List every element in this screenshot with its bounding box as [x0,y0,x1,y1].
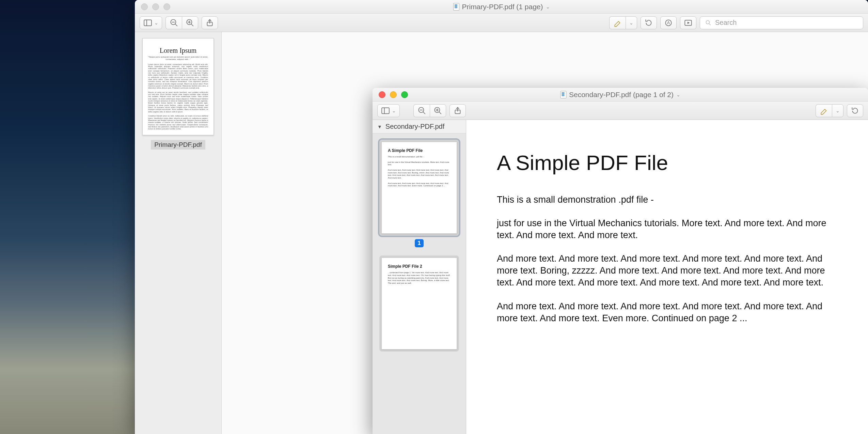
thumbnail-page-1[interactable]: A Simple PDF File This is a small demons… [379,140,459,236]
close-button[interactable] [379,91,385,98]
thumb-subtitle: "Neque porro quisquam est qui dolorem ip… [148,56,208,61]
minimize-button[interactable] [152,3,159,10]
search-field[interactable]: Search [700,16,863,29]
share-icon [205,18,214,27]
title-dropdown-icon[interactable]: ⌄ [676,92,680,97]
disclosure-triangle-icon[interactable]: ▼ [377,124,382,129]
close-button[interactable] [141,3,148,10]
window-secondary: Secondary-PDF.pdf (page 1 of 2) ⌄ ⌄ [373,88,868,434]
highlight-button[interactable] [609,16,626,29]
document-paragraph: And more text. And more text. And more t… [497,253,837,289]
svg-point-15 [706,20,709,24]
play-icon [684,18,693,27]
highlight-options-button[interactable]: ⌄ [626,16,637,29]
document-heading: A Simple PDF File [497,151,844,175]
zoom-in-button[interactable] [430,104,446,117]
document-view[interactable]: A Simple PDF File This is a small demons… [466,120,868,434]
document-icon [453,3,459,11]
highlighter-icon [613,18,622,27]
slideshow-button[interactable] [680,16,696,29]
svg-marker-14 [688,21,690,24]
zoom-in-button[interactable] [182,16,198,29]
highlighter-icon [820,106,828,115]
svg-line-3 [175,24,177,26]
window-title: Secondary-PDF.pdf (page 1 of 2) [569,91,674,99]
svg-line-16 [709,24,711,25]
zoom-out-icon [417,106,426,115]
rotate-icon [851,106,859,115]
share-icon [453,106,462,115]
titlebar-secondary[interactable]: Secondary-PDF.pdf (page 1 of 2) ⌄ [373,88,868,102]
chevron-down-icon: ⌄ [629,20,633,26]
chevron-down-icon: ⌄ [836,108,840,113]
search-icon [705,19,712,26]
sidebar-toggle-button[interactable]: ⌄ [377,104,400,117]
svg-line-23 [439,112,441,114]
thumbnail-label[interactable]: Primary-PDF.pdf [151,140,205,150]
markup-button[interactable]: A [660,16,677,29]
sidebar-heading-text: Secondary-PDF.pdf [385,123,444,130]
sidebar-secondary: ▼ Secondary-PDF.pdf A Simple PDF File Th… [373,120,466,434]
titlebar-primary[interactable]: Primary-PDF.pdf (1 page) ⌄ [135,0,868,14]
zoom-out-button[interactable] [413,104,430,117]
sidebar-document-heading[interactable]: ▼ Secondary-PDF.pdf [373,120,466,134]
sidebar-toggle-button[interactable]: ⌄ [140,16,162,29]
toolbar-primary: ⌄ ⌄ A [135,14,868,32]
rotate-button[interactable] [641,16,657,29]
chevron-down-icon: ⌄ [154,20,158,26]
document-paragraph: This is a small demonstration .pdf file … [497,194,837,206]
thumb-title: A Simple PDF File [388,148,451,153]
toolbar-secondary: ⌄ ⌄ [373,102,868,120]
thumb-title: Lorem Ipsum [148,47,208,55]
share-button[interactable] [449,104,466,117]
zoom-in-icon [433,106,442,115]
minimize-button[interactable] [390,91,397,98]
page-number-badge: 1 [379,239,459,247]
document-paragraph: And more text. And more text. And more t… [497,300,837,324]
document-icon [560,91,566,98]
thumbnail-page-2[interactable]: Simple PDF File 2 ...continued from page… [379,255,459,352]
zoom-in-icon [186,18,194,27]
svg-rect-17 [382,108,389,113]
fullscreen-button[interactable] [401,91,408,98]
svg-line-20 [423,112,425,114]
search-placeholder: Search [715,19,737,27]
svg-rect-0 [144,20,152,26]
document-paragraph: just for use in the Virtual Mechanics tu… [497,217,837,241]
markup-icon: A [664,18,673,27]
rotate-icon [644,18,653,27]
svg-line-6 [191,24,193,26]
share-button[interactable] [202,16,218,29]
highlight-button[interactable] [816,104,832,117]
fullscreen-button[interactable] [163,3,170,10]
rotate-button[interactable] [847,104,863,117]
thumbnail-page-1[interactable]: Lorem Ipsum "Neque porro quisquam est qu… [142,38,214,135]
sidebar-icon [381,106,390,115]
zoom-out-button[interactable] [165,16,182,29]
zoom-out-icon [170,18,178,27]
chevron-down-icon: ⌄ [392,108,396,113]
sidebar-icon [143,18,152,27]
title-dropdown-icon[interactable]: ⌄ [546,4,550,10]
sidebar-primary: Lorem Ipsum "Neque porro quisquam est qu… [135,32,222,434]
svg-text:A: A [667,20,670,25]
thumb-title: Simple PDF File 2 [388,264,451,269]
window-title: Primary-PDF.pdf (1 page) [462,3,543,11]
highlight-options-button[interactable]: ⌄ [832,104,843,117]
